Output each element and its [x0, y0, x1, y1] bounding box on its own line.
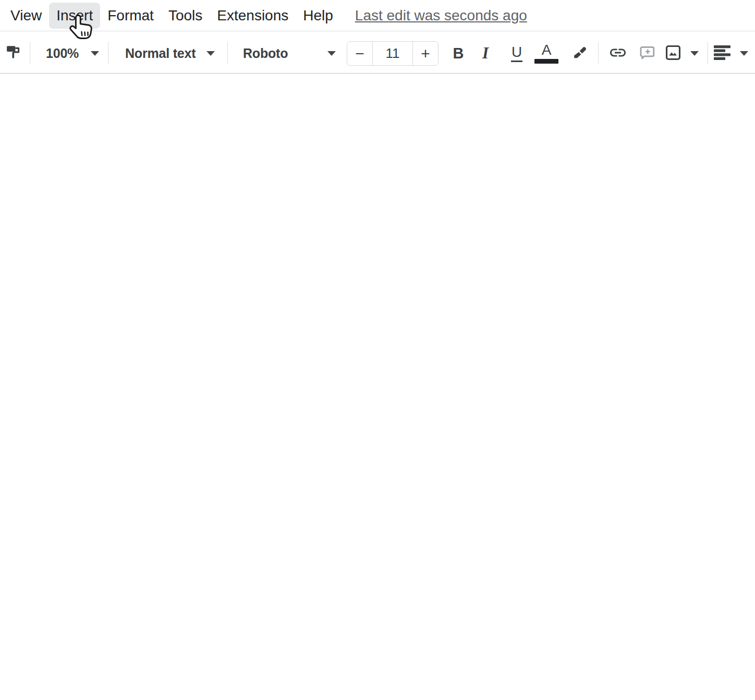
toolbar-divider	[30, 42, 30, 64]
zoom-select[interactable]: 100%	[39, 41, 106, 66]
underline-icon: U	[511, 44, 522, 62]
text-color-icon: A	[534, 43, 558, 64]
menu-bar: View Insert Format Tools Extensions Help…	[0, 0, 755, 31]
add-comment-button[interactable]	[635, 41, 660, 66]
menu-extensions[interactable]: Extensions	[210, 3, 296, 29]
underline-button[interactable]: U	[504, 41, 529, 66]
menu-view[interactable]: View	[3, 3, 49, 29]
add-comment-icon	[639, 44, 656, 63]
paint-format-icon	[6, 44, 23, 63]
font-select[interactable]: Roboto	[236, 41, 343, 66]
last-edit-status[interactable]: Last edit was seconds ago	[355, 7, 527, 24]
menu-format[interactable]: Format	[100, 3, 161, 29]
toolbar-divider	[598, 42, 599, 64]
italic-icon: I	[482, 44, 491, 63]
chevron-down-icon	[206, 51, 215, 56]
insert-link-button[interactable]	[605, 41, 630, 66]
styles-select[interactable]: Normal text	[118, 41, 222, 66]
bold-button[interactable]: B	[446, 41, 471, 66]
chevron-down-icon	[740, 51, 748, 56]
highlighter-icon	[570, 44, 587, 63]
font-size-value[interactable]: 11	[372, 42, 413, 65]
toolbar-divider	[108, 42, 108, 64]
bold-icon: B	[453, 45, 464, 62]
increase-font-size-button[interactable]: +	[413, 42, 438, 65]
insert-image-icon	[664, 44, 682, 63]
align-left-icon	[714, 44, 731, 63]
styles-value: Normal text	[125, 46, 196, 61]
text-color-swatch	[534, 59, 558, 64]
menu-tools[interactable]: Tools	[161, 3, 210, 29]
font-value: Roboto	[243, 46, 288, 61]
menu-help[interactable]: Help	[296, 3, 340, 29]
chevron-down-icon	[91, 51, 99, 56]
toolbar: 100% Normal text Roboto − 11 + B I U A	[0, 32, 755, 74]
zoom-value: 100%	[46, 46, 79, 61]
chevron-down-icon	[690, 51, 699, 56]
document-canvas[interactable]	[0, 74, 755, 700]
menu-insert[interactable]: Insert	[49, 3, 100, 29]
align-button[interactable]	[714, 41, 748, 66]
insert-image-button[interactable]	[664, 41, 699, 66]
highlight-color-button[interactable]	[566, 41, 591, 66]
decrease-font-size-button[interactable]: −	[347, 42, 372, 65]
chevron-down-icon	[327, 51, 336, 56]
link-icon	[608, 43, 627, 64]
paint-format-button[interactable]	[2, 41, 27, 66]
toolbar-divider	[708, 42, 708, 64]
italic-button[interactable]: I	[474, 41, 499, 66]
font-size-stepper: − 11 +	[347, 41, 439, 66]
toolbar-divider	[227, 42, 228, 64]
text-color-button[interactable]: A	[533, 41, 560, 66]
